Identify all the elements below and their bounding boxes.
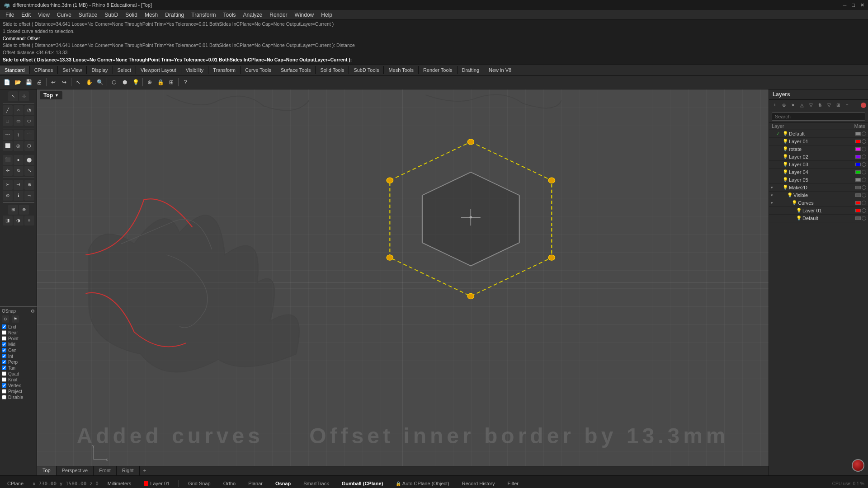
grid-view-icon[interactable]: ⊞ [834,101,842,109]
layer-light-make2d[interactable]: 💡 [783,185,789,190]
toolbar-tab-render-tools[interactable]: Render Tools [419,66,458,74]
layer-expand-make2d[interactable]: ▾ [771,185,776,190]
close-button[interactable]: ✕ [860,2,864,8]
layer-row[interactable]: ▾ 💡 Make2D [769,184,868,192]
draw-arc-icon[interactable]: ◔ [24,105,34,115]
menu-item-file[interactable]: File [2,11,18,19]
toolbar-tab-cplanes[interactable]: CPlanes [30,66,58,74]
toolbar-tab-transform[interactable]: Transform [208,66,241,74]
viewport-canvas[interactable]: Added curves Offset inner border by 13.3… [37,89,769,475]
print-button[interactable]: 🖨 [34,77,44,87]
layer-color-curves[interactable] [855,201,861,205]
shade-display[interactable]: ⬢ [120,77,130,87]
layer-light-rotate[interactable]: 💡 [783,146,789,151]
select-tool[interactable]: ↖ [73,77,83,87]
grid-snap-button[interactable]: Grid Snap [184,480,214,487]
view-tab-perspective[interactable]: Perspective [57,466,94,475]
layer-indicator[interactable]: Layer 01 [140,480,173,487]
layer-light-layer 03[interactable]: 💡 [783,162,789,167]
viewport-label[interactable]: Top ▼ [40,91,62,99]
layer-light-curves[interactable]: 💡 [792,200,798,205]
minimize-button[interactable]: ─ [843,2,847,8]
layer-light-layer 02[interactable]: 💡 [783,154,789,159]
record-history-button[interactable]: Record History [458,480,499,487]
toolbar-tab-select[interactable]: Select [113,66,137,74]
toolbar-tab-solid-tools[interactable]: Solid Tools [316,66,349,74]
osnap-checkbox-near[interactable] [2,330,6,335]
add-sublayer-icon[interactable]: ⊕ [780,101,788,109]
toolbar-tab-surface-tools[interactable]: Surface Tools [276,66,316,74]
layer-light-default[interactable]: 💡 [796,216,802,221]
menu-item-help[interactable]: Help [317,11,336,19]
hex-pt-tl[interactable] [387,178,393,183]
hex-pt-top[interactable] [467,139,474,144]
layer-light-visible[interactable]: 💡 [787,192,793,197]
wire-display[interactable]: ⬡ [109,77,119,87]
lock-tool[interactable]: 🔒 [156,77,165,87]
ortho-button[interactable]: Ortho [220,480,240,487]
layer-color-default[interactable] [855,216,861,220]
draw-rect-icon[interactable]: ▭ [14,116,24,126]
view-tab-right[interactable]: Right [117,466,140,475]
surface-icon[interactable]: ⬜ [3,141,13,151]
menu-item-edit[interactable]: Edit [18,11,34,19]
view-tab-front[interactable]: Front [94,466,117,475]
viewport-dropdown-icon[interactable]: ▼ [55,93,59,98]
help-button[interactable]: ? [180,77,190,87]
snap-icon[interactable]: ⊕ [19,205,29,215]
menu-item-drafting[interactable]: Drafting [161,11,188,19]
layer-color-layer 01[interactable] [855,209,861,212]
layer-row[interactable]: ▾ 💡 Curves [769,199,868,207]
solid-box-icon[interactable]: ⬛ [3,155,13,165]
menu-item-transform[interactable]: Transform [188,11,219,19]
layer-light-layer 04[interactable]: 💡 [783,169,789,174]
toolbar-tab-set-view[interactable]: Set View [58,66,87,74]
move-up-icon[interactable]: △ [798,101,806,109]
osnap-checkbox-vertex[interactable] [2,383,6,388]
toolbar-tab-display[interactable]: Display [87,66,113,74]
zoom-in-tool[interactable]: 🔍 [95,77,105,87]
hex-pt-bl[interactable] [387,255,393,260]
layer-expand-curves[interactable]: ▾ [771,201,785,205]
planar-button[interactable]: Planar [245,480,266,487]
view-tab-top[interactable]: Top [37,466,57,475]
surface-extrude-icon[interactable]: ⬡ [24,141,34,151]
layer-row[interactable]: 💡 Layer 01 [769,207,868,215]
command-area[interactable]: Side to offset ( Distance=34.641 Loose=N… [0,20,868,65]
curve-spline-icon[interactable]: ⌇ [14,130,24,140]
layer-color-visible[interactable] [855,193,861,197]
filter-icon[interactable]: ▽ [825,101,833,109]
layer-row[interactable]: 💡 Default [769,215,868,222]
snap-tool[interactable]: ⊕ [145,77,155,87]
layer-row[interactable]: 💡 Layer 03 [769,161,868,169]
osnap-checkbox-mid[interactable] [2,342,6,347]
osnap-button[interactable]: Osnap [272,480,294,487]
edit-split-icon[interactable]: ⊣ [14,180,24,190]
layer-expand-visible[interactable]: ▾ [771,193,781,197]
layer-color-layer 02[interactable] [855,155,861,159]
toolbar-tab-standard[interactable]: Standard [0,66,30,74]
select-pts-icon[interactable]: ⊹ [19,91,29,101]
move-icon[interactable]: ✛ [3,166,13,176]
toolbar-tab-new-in-v8[interactable]: New in V8 [484,66,516,74]
shaded-icon[interactable]: ◨ [3,216,13,225]
new-button[interactable]: 📄 [2,77,12,87]
maximize-button[interactable]: □ [852,2,855,8]
surface-revolve-icon[interactable]: ◎ [14,141,24,151]
osnap-settings-icon[interactable]: ⚙ [31,309,35,314]
osnap-checkbox-int[interactable] [2,354,6,358]
grid-tool[interactable]: ⊞ [166,77,176,87]
toolbar-tab-viewport-layout[interactable]: Viewport Layout [136,66,181,74]
menu-item-view[interactable]: View [34,11,53,19]
dimension-icon[interactable]: ⊸ [24,191,34,201]
render-icon[interactable]: ◑ [14,216,24,225]
layer-color-layer 04[interactable] [855,170,861,174]
osnap-toggle-2[interactable]: ⚑ [12,315,19,323]
select-icon[interactable]: ↖ [8,91,18,101]
osnap-checkbox-perp[interactable] [2,360,6,364]
analyze-icon[interactable]: ⊙ [3,191,13,201]
add-layer-icon[interactable]: + [771,101,779,109]
solid-sphere-icon[interactable]: ● [14,155,24,165]
layer-color-layer 03[interactable] [855,163,861,166]
sort-icon[interactable]: ⇅ [816,101,824,109]
